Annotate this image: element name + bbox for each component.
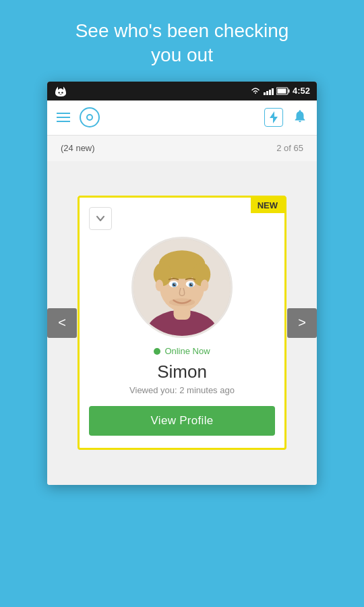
svg-point-22: [169, 299, 195, 307]
headline-line1: See who's been checking: [75, 20, 289, 41]
chevron-down-icon: [96, 216, 104, 221]
phone-frame: 4:52: [47, 82, 317, 485]
app-bar-left: [57, 107, 100, 127]
svg-rect-3: [288, 89, 289, 92]
new-count: (24 new): [61, 143, 95, 153]
signal-bars-icon: [264, 87, 274, 95]
time-display: 4:52: [293, 86, 310, 96]
cat-icon: [54, 86, 67, 96]
headline-line2: you out: [151, 45, 213, 65]
logo-inner-circle: [86, 114, 93, 121]
svg-point-21: [191, 284, 193, 285]
boost-button[interactable]: [264, 108, 283, 127]
battery-icon: [276, 87, 290, 95]
avatar-image: [133, 239, 231, 336]
status-bar-right: 4:52: [250, 86, 310, 96]
app-bar: [47, 100, 317, 136]
next-button[interactable]: >: [287, 308, 317, 338]
avatar-wrapper: [89, 237, 275, 338]
svg-point-1: [61, 92, 63, 93]
hamburger-line: [57, 117, 70, 118]
profile-name: Simon: [89, 362, 275, 382]
status-bar: 4:52: [47, 82, 317, 100]
svg-rect-4: [277, 88, 286, 93]
new-badge: NEW: [251, 198, 284, 213]
notifications-button[interactable]: [293, 109, 307, 127]
lightning-icon: [270, 111, 278, 123]
app-bar-right: [264, 108, 307, 127]
menu-button[interactable]: [57, 113, 70, 122]
svg-point-12: [156, 280, 164, 291]
svg-point-20: [175, 284, 176, 285]
view-profile-button[interactable]: View Profile: [89, 406, 275, 436]
position-indicator: 2 of 65: [276, 143, 303, 153]
prev-arrow-icon: <: [58, 315, 66, 330]
dropdown-button[interactable]: [89, 207, 112, 230]
svg-point-0: [58, 92, 59, 93]
online-dot: [154, 348, 160, 355]
online-status: Online Now: [89, 346, 275, 356]
status-bar-left: [54, 86, 67, 96]
avatar: [131, 237, 233, 338]
hamburger-line: [57, 113, 70, 114]
wifi-icon: [250, 87, 261, 95]
profile-card: NEW: [78, 196, 286, 450]
bell-icon: [293, 109, 307, 123]
prev-button[interactable]: <: [47, 308, 77, 338]
sub-bar: (24 new) 2 of 65: [47, 136, 317, 161]
app-logo[interactable]: [80, 107, 100, 127]
card-area: < NEW: [47, 161, 317, 485]
viewed-text: Viewed you: 2 minutes ago: [89, 385, 275, 395]
next-arrow-icon: >: [298, 315, 306, 330]
svg-point-13: [201, 280, 209, 291]
online-text: Online Now: [164, 346, 210, 356]
hamburger-line: [57, 121, 70, 122]
headline: See who's been checking you out: [0, 0, 364, 82]
